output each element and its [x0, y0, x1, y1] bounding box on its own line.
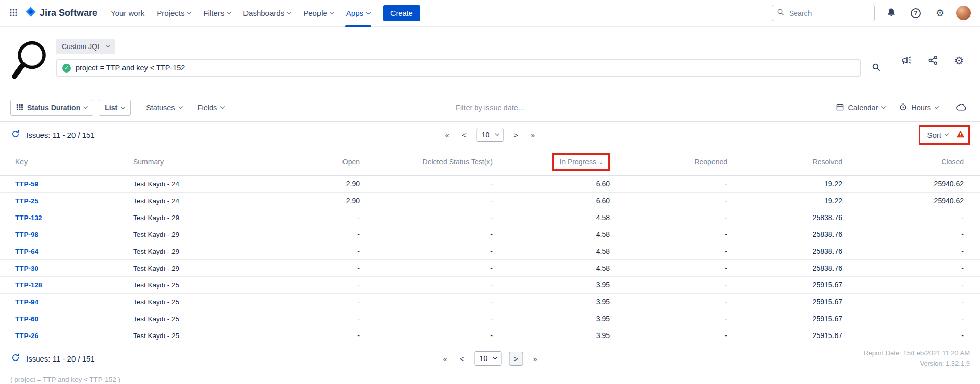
cell-open: - — [283, 209, 360, 226]
cell-closed: - — [842, 260, 980, 277]
nav-filters[interactable]: Filters — [197, 0, 237, 27]
chevron-down-icon — [493, 355, 497, 359]
column-header-summary[interactable]: Summary — [120, 148, 283, 176]
last-page-button[interactable]: » — [528, 129, 537, 141]
cell-summary: Test Kaydı - 25 — [120, 277, 283, 294]
issues-table: Key Summary Open Deleted Status Test(x) … — [0, 148, 980, 344]
search-input[interactable] — [788, 9, 870, 18]
column-header-closed[interactable]: Closed — [842, 148, 980, 176]
calendar-dropdown[interactable]: Calendar — [836, 103, 885, 112]
table-row: TTP-25Test Kaydı - 242.90-6.60-19.222594… — [0, 193, 980, 209]
announcement-button[interactable] — [900, 54, 913, 68]
report-settings-button[interactable] — [953, 55, 965, 67]
valid-query-check-icon — [62, 64, 71, 73]
next-page-button[interactable]: > — [511, 129, 521, 141]
table-row: TTP-60Test Kaydı - 25--3.95-25915.67- — [0, 310, 980, 327]
cloud-icon — [955, 103, 967, 113]
sort-dropdown[interactable]: Sort — [924, 130, 951, 140]
column-header-reopened[interactable]: Reopened — [610, 148, 727, 176]
export-button[interactable] — [952, 100, 970, 116]
nav-apps[interactable]: Apps — [340, 0, 376, 27]
cell-deleted: - — [360, 294, 493, 310]
table-row: TTP-128Test Kaydı - 25--3.95-25915.67- — [0, 277, 980, 294]
first-page-button[interactable]: « — [443, 129, 452, 141]
cell-in-progress: 4.58 — [493, 260, 610, 277]
issue-date-filter[interactable]: Filter by issue date... — [456, 104, 524, 112]
grid-icon — [16, 104, 23, 112]
cell-summary: Test Kaydı - 25 — [120, 294, 283, 310]
page-size-select[interactable]: 10 — [477, 128, 504, 142]
first-page-button[interactable]: « — [440, 353, 449, 365]
cell-in-progress: 3.95 — [493, 277, 610, 294]
prev-page-button[interactable]: < — [459, 129, 469, 141]
help-button[interactable] — [908, 5, 924, 21]
statuses-dropdown[interactable]: Statuses — [146, 104, 182, 112]
issues-count-label: Issues: 11 - 20 / 151 — [26, 354, 95, 363]
cell-in-progress: 6.60 — [493, 193, 610, 209]
nav-your-work[interactable]: Your work — [105, 0, 151, 27]
global-search[interactable] — [772, 5, 875, 21]
next-page-button[interactable]: > — [509, 352, 523, 366]
run-search-button[interactable] — [869, 60, 884, 76]
top-nav: Jira Software Your work Projects Filters… — [0, 0, 980, 27]
issue-key-link[interactable]: TTP-26 — [15, 332, 38, 340]
view-type-dropdown[interactable]: Status Duration — [10, 100, 93, 116]
table-row: TTP-26Test Kaydı - 25--3.95-25915.67- — [0, 327, 980, 344]
share-button[interactable] — [927, 54, 939, 68]
time-unit-dropdown[interactable]: Hours — [899, 103, 938, 112]
jql-query-input[interactable]: project = TTP and key < TTP-152 — [56, 59, 861, 77]
cell-resolved: 25915.67 — [727, 310, 842, 327]
cell-deleted: - — [360, 193, 493, 209]
column-header-deleted-status-test[interactable]: Deleted Status Test(x) — [360, 148, 493, 176]
cell-summary: Test Kaydı - 29 — [120, 226, 283, 243]
jql-mode-dropdown[interactable]: Custom JQL — [56, 39, 115, 54]
column-header-in-progress[interactable]: In Progress ↓ — [493, 148, 610, 176]
nav-projects[interactable]: Projects — [151, 0, 197, 27]
jql-main: Custom JQL project = TTP and key < TTP-1… — [56, 39, 884, 77]
cell-deleted: - — [360, 243, 493, 260]
prev-page-button[interactable]: < — [457, 353, 467, 365]
jql-section: Custom JQL project = TTP and key < TTP-1… — [0, 27, 980, 94]
jira-logo[interactable]: Jira Software — [25, 6, 97, 20]
issue-key-link[interactable]: TTP-25 — [15, 197, 38, 205]
issue-key-link[interactable]: TTP-64 — [15, 248, 38, 255]
cell-reopened: - — [610, 327, 727, 344]
user-avatar[interactable] — [956, 6, 971, 20]
fields-dropdown[interactable]: Fields — [198, 104, 225, 112]
issues-bar-bottom: Issues: 11 - 20 / 151 « < 10 > » Report … — [0, 344, 980, 373]
issue-key-link[interactable]: TTP-94 — [15, 298, 38, 306]
cell-key: TTP-60 — [0, 310, 120, 327]
cell-resolved: 25915.67 — [727, 277, 842, 294]
last-page-button[interactable]: » — [530, 353, 540, 365]
cell-open: - — [283, 310, 360, 327]
cell-deleted: - — [360, 226, 493, 243]
column-header-key[interactable]: Key — [0, 148, 120, 176]
issue-key-link[interactable]: TTP-132 — [15, 214, 42, 222]
jql-echo: ( project = TTP and key < TTP-152 ) — [0, 373, 980, 383]
cell-deleted: - — [360, 310, 493, 327]
cell-open: - — [283, 243, 360, 260]
report-version: Version: 1.32.1.9 — [864, 358, 970, 369]
column-header-open[interactable]: Open — [283, 148, 360, 176]
issue-key-link[interactable]: TTP-98 — [15, 231, 38, 238]
settings-button[interactable] — [933, 5, 947, 21]
issue-key-link[interactable]: TTP-60 — [15, 315, 38, 323]
nav-dashboards[interactable]: Dashboards — [237, 0, 297, 27]
issue-key-link[interactable]: TTP-59 — [15, 180, 38, 188]
chevron-down-icon — [121, 105, 125, 109]
notifications-button[interactable] — [884, 5, 899, 21]
issue-key-link[interactable]: TTP-30 — [15, 265, 38, 272]
column-header-resolved[interactable]: Resolved — [727, 148, 842, 176]
create-button[interactable]: Create — [383, 5, 420, 21]
page-size-select[interactable]: 10 — [475, 351, 502, 366]
refresh-button[interactable] — [10, 352, 21, 365]
layout-dropdown[interactable]: List — [99, 100, 131, 116]
cell-summary: Test Kaydı - 29 — [120, 260, 283, 277]
nav-people[interactable]: People — [297, 0, 340, 27]
issue-key-link[interactable]: TTP-128 — [15, 281, 42, 289]
cell-resolved: 25915.67 — [727, 327, 842, 344]
app-switcher-button[interactable] — [6, 5, 21, 21]
refresh-button[interactable] — [10, 129, 21, 141]
sort-warning-icon — [956, 130, 965, 140]
help-icon — [911, 8, 921, 18]
